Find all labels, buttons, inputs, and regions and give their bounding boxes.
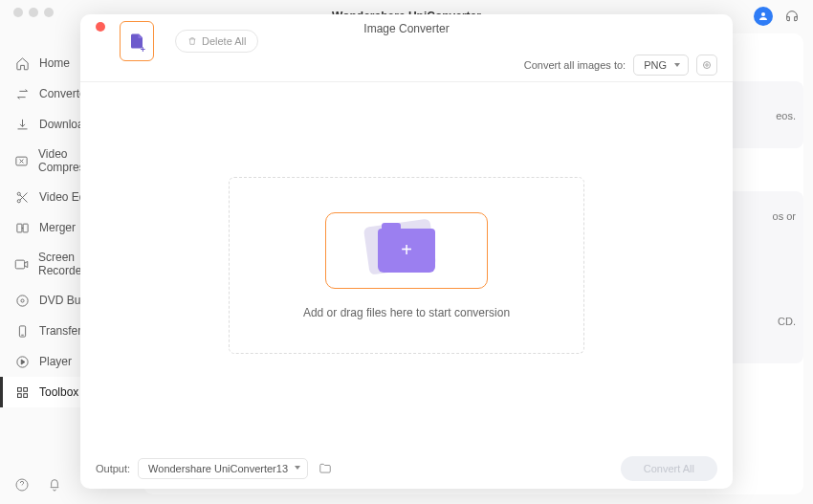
divider: [80, 81, 733, 82]
close-dot[interactable]: [13, 8, 23, 17]
minimize-dot[interactable]: [29, 8, 38, 17]
main-window: Wondershare UniConverter Home Converter …: [0, 0, 813, 504]
svg-point-2: [17, 192, 20, 195]
transfer-icon: [14, 323, 30, 339]
output-label: Output:: [96, 463, 130, 474]
convert-all-button[interactable]: Convert All: [621, 456, 717, 481]
home-icon: [14, 55, 30, 71]
open-folder-button[interactable]: [316, 459, 335, 478]
modal-footer: Output: Wondershare UniConverter13 Conve…: [80, 449, 733, 489]
compress-icon: [14, 153, 29, 168]
delete-all-label: Delete All: [202, 35, 246, 47]
svg-point-8: [20, 298, 23, 301]
support-icon[interactable]: [782, 7, 802, 26]
format-row: Convert all images to: PNG: [524, 55, 717, 76]
help-icon[interactable]: [14, 477, 30, 496]
download-icon: [14, 117, 30, 132]
svg-rect-14: [23, 393, 27, 397]
convert-label: Convert all images to:: [524, 59, 626, 71]
scissors-icon: [14, 189, 30, 205]
sidebar-item-label: Merger: [39, 221, 76, 234]
merger-icon: [14, 220, 30, 235]
svg-point-16: [704, 62, 711, 69]
svg-point-17: [706, 64, 709, 67]
recorder-icon: [14, 256, 29, 272]
svg-rect-5: [23, 224, 28, 232]
folder-icon: [319, 462, 332, 475]
play-icon: [14, 354, 30, 369]
sidebar-item-label: Transfer: [39, 324, 81, 338]
svg-rect-12: [23, 387, 27, 391]
close-icon[interactable]: [96, 22, 105, 32]
svg-rect-6: [15, 260, 24, 269]
image-converter-modal: Image Converter + Delete All Convert all…: [80, 14, 733, 489]
traffic-lights: [13, 8, 54, 17]
output-path-select[interactable]: Wondershare UniConverter13: [138, 458, 308, 479]
plus-icon: +: [141, 45, 145, 55]
converter-icon: [14, 86, 30, 101]
add-file-thumb[interactable]: +: [120, 21, 154, 61]
plus-icon: +: [401, 239, 412, 261]
delete-all-button[interactable]: Delete All: [175, 30, 258, 53]
svg-point-0: [761, 12, 765, 16]
folder-icon: +: [378, 229, 435, 273]
top-right-controls: [754, 7, 802, 26]
sidebar-item-label: Home: [39, 56, 70, 70]
bottom-icons: [14, 477, 62, 496]
drop-text: Add or drag files here to start conversi…: [303, 306, 510, 319]
format-select[interactable]: PNG: [633, 55, 689, 76]
svg-rect-13: [17, 393, 21, 397]
maximize-dot[interactable]: [44, 8, 54, 17]
avatar[interactable]: [754, 7, 773, 26]
trash-icon: [187, 36, 197, 46]
svg-point-3: [17, 199, 20, 202]
svg-rect-4: [16, 224, 21, 232]
bell-icon[interactable]: [47, 477, 62, 496]
disc-icon: [14, 293, 30, 308]
add-folder-box[interactable]: +: [325, 212, 488, 289]
sidebar-item-label: Player: [39, 355, 72, 368]
gear-icon: [701, 59, 713, 71]
output-settings-button[interactable]: [696, 55, 717, 76]
sidebar-item-label: Toolbox: [39, 385, 78, 399]
grid-icon: [14, 384, 30, 400]
svg-rect-11: [17, 387, 21, 391]
dropzone[interactable]: + Add or drag files here to start conver…: [229, 177, 584, 354]
svg-point-7: [16, 295, 27, 305]
